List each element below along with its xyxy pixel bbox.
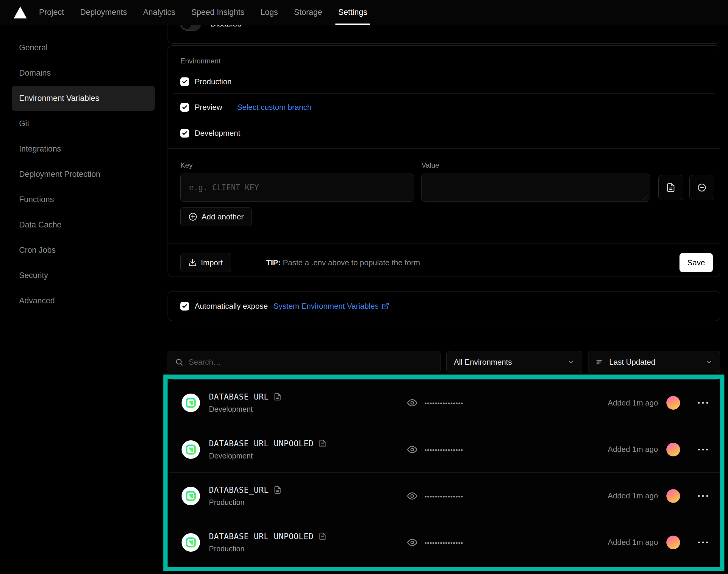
env-option-development: Development xyxy=(180,129,240,138)
nav-item-settings[interactable]: Settings xyxy=(330,0,375,25)
row-menu-button[interactable] xyxy=(695,492,711,500)
nav-item-speed-insights[interactable]: Speed Insights xyxy=(183,0,253,25)
system-env-link-text: System Environment Variables xyxy=(273,301,379,311)
value-input-wrap xyxy=(421,173,650,202)
tip-text: Paste a .env above to populate the form xyxy=(281,258,420,267)
value-input[interactable] xyxy=(421,173,650,202)
copy-value-icon[interactable] xyxy=(273,486,282,494)
env-var-name: DATABASE_URL xyxy=(209,392,269,401)
env-var-value: ••••••••••••••• xyxy=(407,473,463,519)
env-var-row[interactable]: DATABASE_URL_UNPOOLED Production •••••••… xyxy=(169,519,720,565)
system-env-panel: Automatically expose System Environment … xyxy=(168,291,720,321)
env-var-environment: Development xyxy=(209,405,282,414)
check-icon xyxy=(182,105,187,110)
row-menu-button[interactable] xyxy=(695,539,711,546)
divider xyxy=(173,120,715,120)
search-input[interactable] xyxy=(189,358,433,367)
external-link-icon xyxy=(382,302,389,310)
auto-expose-checkbox[interactable] xyxy=(180,302,189,311)
env-variables-list: DATABASE_URL Development •••••••••••••••… xyxy=(169,379,720,565)
sidebar-item-domains[interactable]: Domains xyxy=(12,60,155,86)
vercel-logo[interactable] xyxy=(14,6,27,18)
env-option-production: Production xyxy=(180,77,231,86)
masked-value: ••••••••••••••• xyxy=(424,399,463,407)
key-label: Key xyxy=(180,161,192,169)
sidebar-item-integrations[interactable]: Integrations xyxy=(12,136,155,162)
user-avatar xyxy=(667,443,680,456)
paste-env-button[interactable] xyxy=(658,175,683,200)
search-box xyxy=(168,351,440,373)
import-label: Import xyxy=(201,258,223,268)
env-var-row[interactable]: DATABASE_URL_UNPOOLED Development ••••••… xyxy=(169,426,720,473)
sidebar-item-security[interactable]: Security xyxy=(12,263,155,288)
nav-item-logs[interactable]: Logs xyxy=(252,0,286,25)
environment-filter-dropdown[interactable]: All Environments xyxy=(446,351,582,373)
import-button[interactable]: Import xyxy=(180,253,231,272)
env-var-row[interactable]: DATABASE_URL Development •••••••••••••••… xyxy=(169,380,720,426)
reveal-value-icon[interactable] xyxy=(407,398,417,408)
system-env-variables-link[interactable]: System Environment Variables xyxy=(273,301,390,311)
env-var-environment: Production xyxy=(209,498,282,507)
development-checkbox[interactable] xyxy=(180,129,189,137)
import-tip: TIP: Paste a .env above to populate the … xyxy=(266,258,420,268)
sidebar-item-advanced[interactable]: Advanced xyxy=(12,288,155,314)
copy-value-icon[interactable] xyxy=(273,393,282,401)
sidebar-item-functions[interactable]: Functions xyxy=(12,187,155,212)
environment-filter-value: All Environments xyxy=(454,358,567,367)
production-checkbox[interactable] xyxy=(180,77,189,86)
divider xyxy=(168,148,720,149)
search-icon xyxy=(175,358,183,366)
nav-item-project[interactable]: Project xyxy=(31,0,72,25)
env-var-meta: Added 1m ago xyxy=(608,426,711,473)
nav-item-storage[interactable]: Storage xyxy=(286,0,330,25)
nav-item-analytics[interactable]: Analytics xyxy=(135,0,183,25)
save-button[interactable]: Save xyxy=(680,253,713,272)
neon-logo xyxy=(185,444,196,455)
env-var-value: ••••••••••••••• xyxy=(407,380,463,426)
row-menu-button[interactable] xyxy=(695,446,711,453)
system-env-row: Automatically expose System Environment … xyxy=(168,291,720,321)
preview-label: Preview xyxy=(195,103,222,112)
select-custom-branch-link[interactable]: Select custom branch xyxy=(237,103,311,112)
add-variable-panel: Environment Production Preview Select cu… xyxy=(168,45,720,277)
env-var-meta: Added 1m ago xyxy=(608,380,711,426)
download-icon xyxy=(188,258,197,267)
env-var-meta: Added 1m ago xyxy=(608,519,711,565)
masked-value: ••••••••••••••• xyxy=(424,446,463,453)
preview-checkbox[interactable] xyxy=(180,103,189,112)
sidebar-item-cron-jobs[interactable]: Cron Jobs xyxy=(12,238,155,263)
sort-value: Last Updated xyxy=(609,358,705,367)
copy-value-icon[interactable] xyxy=(318,532,327,540)
user-avatar xyxy=(667,536,680,549)
production-label: Production xyxy=(195,77,231,86)
env-var-identity: DATABASE_URL_UNPOOLED Development xyxy=(209,426,327,473)
sidebar-item-environment-variables[interactable]: Environment Variables xyxy=(12,86,155,111)
neon-logo xyxy=(185,537,196,548)
env-var-name: DATABASE_URL xyxy=(209,485,269,494)
env-var-name: DATABASE_URL_UNPOOLED xyxy=(209,439,314,448)
key-input[interactable] xyxy=(180,173,414,202)
sidebar-item-git[interactable]: Git xyxy=(12,111,155,136)
add-another-label: Add another xyxy=(202,212,244,221)
copy-value-icon[interactable] xyxy=(318,440,327,447)
env-var-identity: DATABASE_URL Development xyxy=(209,380,282,426)
top-nav: Project Deployments Analytics Speed Insi… xyxy=(0,0,728,25)
neon-integration-icon xyxy=(181,394,200,412)
remove-row-button[interactable] xyxy=(689,175,714,200)
user-avatar xyxy=(667,396,680,410)
sidebar-item-data-cache[interactable]: Data Cache xyxy=(12,212,155,238)
env-var-meta: Added 1m ago xyxy=(608,473,711,519)
reveal-value-icon[interactable] xyxy=(407,445,417,455)
auto-expose-label: Automatically expose xyxy=(195,301,268,311)
sidebar-item-general[interactable]: General xyxy=(12,35,155,60)
env-var-row[interactable]: DATABASE_URL Production ••••••••••••••• … xyxy=(169,473,720,519)
nav-item-deployments[interactable]: Deployments xyxy=(72,0,135,25)
nav-items: Project Deployments Analytics Speed Insi… xyxy=(31,0,375,25)
sidebar-item-deployment-protection[interactable]: Deployment Protection xyxy=(12,162,155,187)
neon-logo xyxy=(185,398,196,408)
reveal-value-icon[interactable] xyxy=(407,537,417,547)
reveal-value-icon[interactable] xyxy=(407,491,417,501)
add-another-button[interactable]: Add another xyxy=(180,207,252,226)
sort-dropdown[interactable]: Last Updated xyxy=(588,351,720,373)
row-menu-button[interactable] xyxy=(695,399,711,407)
